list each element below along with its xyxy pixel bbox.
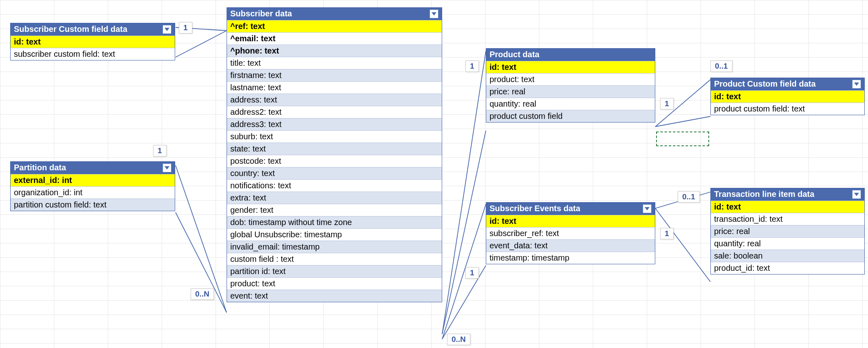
entity-header: Subscriber Events data: [486, 203, 655, 215]
entity-product-custom-field: Product Custom field data id: text produ…: [710, 78, 865, 115]
svg-line-11: [655, 208, 710, 282]
diagram-canvas: Subscriber Custom field data id: text su…: [0, 0, 868, 348]
field-row: product_id: text: [711, 262, 864, 274]
field-row: dob: timestamp without time zone: [227, 216, 442, 228]
field-row: partition id: text: [227, 265, 442, 277]
entity-header: Product data: [486, 49, 655, 61]
entity-header: Transaction line item data: [711, 188, 864, 201]
entity-title: Subscriber Events data: [490, 204, 580, 213]
field-row: event_data: text: [486, 239, 655, 252]
field-row: notifications: text: [227, 179, 442, 192]
field-row: suburb: text: [227, 130, 442, 143]
field-row: quantity: real: [711, 237, 864, 250]
cardinality-label: 1: [465, 267, 479, 279]
field-row: external_id: int: [11, 174, 175, 186]
cardinality-label: 0..1: [678, 191, 700, 203]
entity-partition: Partition data external_id: int organiza…: [10, 161, 175, 211]
field-row: partition custom field: text: [11, 199, 175, 211]
field-row: ^phone: text: [227, 45, 442, 57]
svg-marker-15: [645, 207, 650, 210]
cardinality-label: 1: [465, 60, 479, 72]
field-row: id: text: [711, 201, 864, 213]
svg-marker-13: [165, 166, 169, 170]
cardinality-label: 0..N: [191, 288, 214, 300]
dropdown-icon[interactable]: [430, 9, 438, 18]
entity-subscriber: Subscriber data ^ref: text ^email: text …: [227, 7, 442, 302]
field-row: product custom field: text: [711, 103, 864, 115]
dropdown-icon[interactable]: [162, 163, 171, 172]
field-row: country: text: [227, 167, 442, 179]
field-row: timestamp: timestamp: [486, 252, 655, 264]
field-row: price: real: [486, 85, 655, 98]
svg-line-9: [655, 116, 710, 127]
cardinality-label: 1: [179, 22, 192, 33]
entity-header: Subscriber Custom field data: [11, 23, 175, 36]
svg-marker-17: [854, 193, 859, 196]
dropdown-icon[interactable]: [852, 190, 861, 199]
field-row: firstname: text: [227, 69, 442, 81]
entity-title: Subscriber Custom field data: [14, 25, 127, 34]
entity-subscriber-events: Subscriber Events data id: text subscrib…: [486, 202, 655, 264]
entity-header: Product Custom field data: [711, 78, 864, 90]
entity-subscriber-custom-field: Subscriber Custom field data id: text su…: [10, 23, 175, 60]
field-row: product custom field: [486, 110, 655, 122]
cardinality-label: 1: [153, 145, 167, 156]
field-row: id: text: [711, 90, 864, 103]
dropdown-icon[interactable]: [852, 80, 861, 89]
dropdown-icon[interactable]: [162, 25, 171, 34]
cardinality-label: 1: [660, 98, 674, 109]
svg-marker-16: [854, 83, 859, 86]
entity-title: Product data: [490, 50, 539, 59]
field-row: subscriber custom field: text: [11, 48, 175, 60]
field-row: lastname: text: [227, 81, 442, 94]
field-row: title: text: [227, 57, 442, 69]
svg-line-5: [442, 131, 486, 334]
field-row: ^email: text: [227, 32, 442, 45]
field-row: event: text: [227, 290, 442, 302]
field-row: address3: text: [227, 118, 442, 130]
field-row: custom field : text: [227, 253, 442, 265]
selection-box: [656, 132, 709, 146]
field-row: product: text: [227, 277, 442, 290]
entity-title: Product Custom field data: [714, 79, 816, 89]
field-row: price: real: [711, 225, 864, 237]
svg-line-7: [442, 265, 486, 339]
cardinality-label: 0..N: [447, 334, 470, 345]
dropdown-icon[interactable]: [643, 204, 652, 213]
field-row: state: text: [227, 143, 442, 155]
field-row: extra: text: [227, 192, 442, 204]
svg-line-1: [176, 31, 227, 57]
field-row: id: text: [11, 36, 175, 48]
svg-marker-14: [432, 12, 436, 16]
field-row: id: text: [486, 215, 655, 227]
svg-line-6: [442, 204, 486, 339]
entity-title: Subscriber data: [230, 9, 292, 18]
field-row: quantity: real: [486, 98, 655, 110]
cardinality-label: 0..1: [710, 60, 732, 72]
field-row: organization_id: int: [11, 186, 175, 199]
entity-title: Transaction line item data: [714, 190, 815, 199]
entity-header: Partition data: [11, 162, 175, 174]
field-row: sale: boolean: [711, 250, 864, 262]
field-row: address2: text: [227, 106, 442, 118]
field-row: global Unsubscribe: timestamp: [227, 228, 442, 241]
entity-header: Subscriber data: [227, 8, 442, 20]
field-row: subscriber_ref: text: [486, 227, 655, 239]
entity-transaction-line-item: Transaction line item data id: text tran…: [710, 188, 865, 274]
field-row: address: text: [227, 94, 442, 106]
entity-title: Partition data: [14, 163, 66, 172]
field-row: product: text: [486, 73, 655, 85]
cardinality-label: 1: [660, 228, 674, 239]
field-row: transaction_id: text: [711, 213, 864, 225]
field-row: id: text: [486, 61, 655, 73]
svg-marker-12: [165, 28, 169, 31]
field-row: gender: text: [227, 204, 442, 216]
entity-product: Product data id: text product: text pric…: [486, 48, 655, 123]
field-row: invalid_email: timestamp: [227, 241, 442, 253]
field-row: ^ref: text: [227, 20, 442, 32]
field-row: postcode: text: [227, 155, 442, 167]
svg-line-4: [442, 51, 486, 334]
